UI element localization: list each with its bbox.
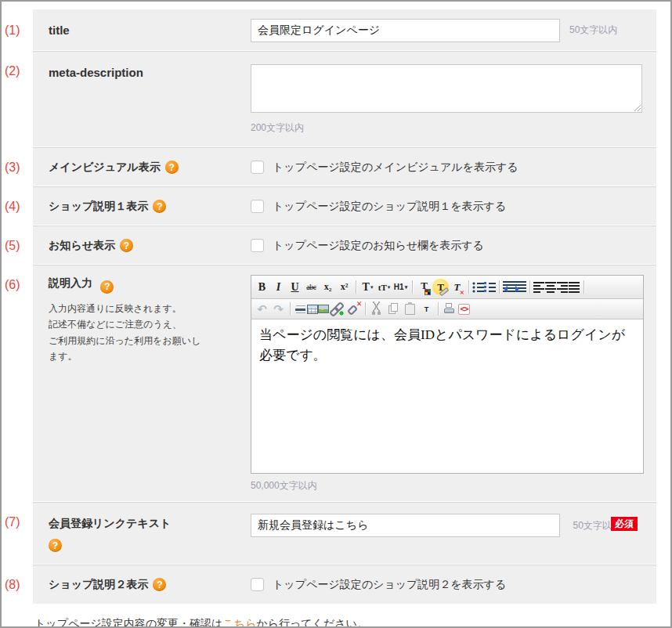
row-number: (1)	[5, 23, 20, 38]
news-display-checkbox[interactable]	[251, 239, 264, 252]
row-register-link-text: (7) 会員登録リンクテキスト 必須 ? 50文字以内	[33, 502, 656, 565]
help-icon[interactable]: ?	[100, 280, 114, 294]
title-input[interactable]	[251, 19, 560, 42]
top-page-settings-link[interactable]: こちら	[222, 617, 256, 628]
row-number: (2)	[5, 64, 20, 78]
shop-description-1-checkbox[interactable]	[251, 200, 264, 213]
paste-as-text-icon[interactable]: T	[418, 301, 435, 317]
help-icon[interactable]: ?	[153, 200, 166, 213]
shop-description-2-label: ショップ説明２表示	[49, 578, 148, 592]
meta-description-label: meta-description	[49, 66, 143, 79]
editor-content[interactable]: 当ページの閲覧には、会員IDとパスワードによるログインが必要です。	[251, 319, 643, 473]
toolbar-separator	[412, 280, 413, 294]
row-main-visual: (3) メインビジュアル表示 ? トップページ設定のメインビジュアルを表示する	[33, 147, 656, 186]
news-display-checkbox-label: トップページ設定のお知らせ欄を表示する	[273, 239, 484, 253]
font-size-icon[interactable]: tT	[376, 279, 392, 295]
meta-description-textarea[interactable]	[251, 64, 642, 113]
help-icon[interactable]: ?	[49, 539, 62, 552]
title-hint: 50文字以内	[569, 23, 617, 37]
help-icon[interactable]: ?	[165, 161, 179, 174]
row-description-input: (6) 説明入力 ? 入力内容通りに反映されます。 記述不備などにご注意のうえ、…	[33, 265, 656, 502]
align-left-icon[interactable]	[533, 281, 545, 294]
row-meta-description: (2) meta-description 200文字以内	[33, 51, 656, 147]
bold-icon[interactable]: B	[254, 279, 270, 295]
toolbar-separator	[499, 280, 500, 294]
editor-toolbar-row-2: ↶↷T<>	[251, 299, 643, 319]
source-code-icon[interactable]: <>	[458, 304, 470, 315]
help-icon[interactable]: ?	[120, 239, 133, 252]
register-link-text-input[interactable]	[251, 514, 560, 537]
superscript-icon[interactable]: x²	[336, 279, 352, 295]
insert-link-icon[interactable]	[329, 301, 345, 317]
clear-format-icon[interactable]: T	[449, 279, 465, 295]
row-number: (7)	[5, 515, 20, 529]
print-icon[interactable]	[442, 301, 458, 317]
settings-form: (1) title 50文字以内 (2) meta-description 20…	[33, 9, 656, 604]
required-badge: 必須	[611, 517, 638, 531]
description-input-label: 説明入力	[49, 276, 92, 289]
font-color-icon[interactable]: T	[416, 277, 432, 297]
copy-icon[interactable]	[385, 301, 402, 317]
toolbar-separator	[290, 302, 291, 316]
news-display-label: お知らせ表示	[49, 239, 115, 253]
numbered-list-icon[interactable]	[484, 282, 496, 293]
font-family-icon[interactable]: T	[359, 279, 376, 295]
rich-text-editor: BIUabcx₂x²TtTH1TTT ↶↷T<> 当ページの閲覧には、会員IDと…	[251, 275, 644, 474]
insert-image-icon[interactable]	[318, 305, 329, 313]
toolbar-separator	[365, 302, 366, 316]
align-center-icon[interactable]	[545, 281, 557, 294]
underline-icon[interactable]: U	[287, 279, 303, 295]
strikethrough-icon[interactable]: abc	[303, 279, 320, 295]
horizontal-rule-icon[interactable]	[294, 302, 307, 316]
shop-description-1-checkbox-label: トップページ設定のショップ説明１を表示する	[273, 200, 506, 214]
highlight-color-icon[interactable]: T	[432, 279, 449, 295]
description-note: 入力内容通りに反映されます。 記述不備などにご注意のうえ、 ご利用規約に沿った利…	[49, 301, 251, 366]
help-icon[interactable]: ?	[153, 578, 166, 591]
row-shop-description-2: (8) ショップ説明２表示 ? トップページ設定のショップ説明２を表示する	[33, 565, 656, 604]
cut-icon[interactable]	[369, 301, 385, 317]
row-number: (4)	[5, 200, 20, 214]
main-visual-label: メインビジュアル表示	[49, 161, 161, 175]
shop-description-2-checkbox-label: トップページ設定のショップ説明２を表示する	[273, 578, 506, 592]
indent-icon[interactable]	[515, 281, 526, 293]
toolbar-separator	[583, 280, 584, 294]
row-title: (1) title 50文字以内	[33, 9, 656, 51]
heading-icon[interactable]: H1	[392, 279, 409, 295]
row-number: (3)	[5, 161, 20, 175]
page-frame: (1) title 50文字以内 (2) meta-description 20…	[0, 0, 672, 628]
toolbar-separator	[438, 302, 439, 316]
insert-table-icon[interactable]	[307, 305, 318, 314]
undo-icon[interactable]: ↶	[254, 301, 270, 317]
meta-description-hint: 200文字以内	[251, 121, 642, 135]
footer-text-before: トップページ設定内容の変更・確認は	[34, 617, 222, 628]
main-visual-checkbox[interactable]	[251, 161, 264, 174]
editor-toolbar-row-1: BIUabcx₂x²TtTH1TTT	[251, 276, 643, 299]
toolbar-separator	[356, 280, 356, 294]
italic-icon[interactable]: I	[270, 279, 287, 295]
align-justify-icon[interactable]	[569, 281, 580, 294]
row-news-display: (5) お知らせ表示 ? トップページ設定のお知らせ欄を表示する	[33, 226, 656, 265]
row-number: (8)	[5, 578, 20, 592]
redo-icon[interactable]: ↷	[270, 301, 287, 317]
shop-description-2-checkbox[interactable]	[251, 578, 264, 591]
outdent-icon[interactable]	[503, 281, 515, 293]
register-link-text-label: 会員登録リンクテキスト	[49, 517, 171, 529]
title-label: title	[49, 23, 70, 37]
bullet-list-icon[interactable]	[472, 282, 484, 293]
unlink-icon[interactable]	[345, 301, 362, 317]
description-hint: 50,000文字以内	[251, 479, 642, 493]
align-right-icon[interactable]	[557, 281, 569, 294]
main-visual-checkbox-label: トップページ設定のメインビジュアルを表示する	[273, 161, 518, 175]
shop-description-1-label: ショップ説明１表示	[49, 200, 148, 214]
footer-note: トップページ設定内容の変更・確認はこちらから行ってください。	[34, 617, 670, 628]
toolbar-separator	[529, 280, 530, 294]
paste-icon[interactable]	[402, 301, 418, 317]
row-number: (5)	[5, 239, 20, 253]
row-number: (6)	[5, 278, 20, 292]
toolbar-separator	[468, 280, 469, 294]
subscript-icon[interactable]: x₂	[320, 279, 336, 295]
row-shop-description-1: (4) ショップ説明１表示 ? トップページ設定のショップ説明１を表示する	[33, 186, 656, 226]
footer-text-after: から行ってください。	[256, 617, 368, 628]
